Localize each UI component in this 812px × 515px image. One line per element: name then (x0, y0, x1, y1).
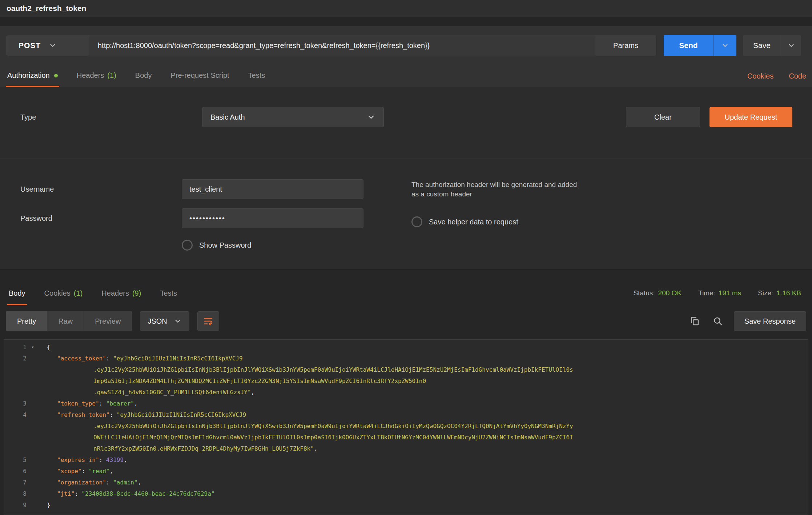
username-input[interactable] (182, 179, 363, 199)
chevron-down-icon (367, 113, 375, 121)
code-text: "token_type": "bearer", (42, 398, 138, 409)
show-password-radio[interactable] (182, 240, 193, 251)
fold-spacer (27, 477, 39, 488)
password-input[interactable] (182, 208, 363, 228)
auth-type-value: Basic Auth (210, 113, 245, 121)
request-tab-authorization[interactable]: Authorization (6, 71, 59, 87)
url-group: POST Params (6, 35, 656, 56)
view-mode-raw[interactable]: Raw (47, 311, 84, 331)
response-body-code[interactable]: 1▾{2"access_token": "eyJhbGciOiJIUzI1NiI… (4, 339, 808, 515)
request-tab-tests[interactable]: Tests (247, 71, 267, 87)
code-text: "jti": "23408d38-8cdc-4460-beac-24c76dc7… (42, 488, 214, 499)
topbar-gap (0, 17, 812, 26)
method-label: POST (19, 41, 41, 50)
credentials-area: Username Password Show Password The auth… (0, 159, 812, 251)
send-button[interactable]: Send (664, 35, 713, 56)
request-tabs: AuthorizationHeaders(1)BodyPre-request S… (6, 71, 282, 87)
code-gutter: 4 (4, 409, 42, 420)
fold-spacer (27, 353, 39, 364)
response-toolbar-right: Save Response (680, 311, 806, 331)
save-split-button: Save (743, 35, 801, 56)
auth-helper-column: The authorization header will be generat… (386, 179, 584, 251)
auth-type-row: Type Basic Auth Clear Update Request (0, 87, 812, 127)
view-mode-pretty[interactable]: Pretty (6, 311, 47, 331)
credentials-fields: Username Password Show Password (20, 179, 386, 251)
save-button[interactable]: Save (743, 35, 781, 56)
tab-label: Body (135, 71, 152, 80)
line-number: 2 (4, 353, 27, 364)
fold-spacer (27, 454, 39, 466)
password-row: Password (20, 208, 386, 228)
copy-icon (689, 316, 700, 327)
save-helper-label: Save helper data to request (429, 218, 518, 226)
save-helper-radio[interactable] (411, 216, 422, 227)
tab-label: Authorization (7, 71, 50, 80)
show-password-label: Show Password (199, 241, 251, 249)
url-row: POST Params Send (6, 35, 806, 56)
code-gutter (4, 375, 42, 387)
fold-spacer (27, 375, 39, 387)
code-link[interactable]: Code (789, 72, 806, 80)
meta-label: Time: (698, 289, 715, 297)
view-mode-preview[interactable]: Preview (84, 311, 132, 331)
tab-label: Cookies (44, 289, 71, 298)
code-line: 2"access_token": "eyJhbGciOiJIUzI1NiIsIn… (4, 353, 808, 364)
line-number: 8 (4, 488, 27, 499)
code-line: 4"refresh_token": "eyJhbGciOiJIUzI1NiIsI… (4, 409, 808, 420)
params-button[interactable]: Params (595, 35, 656, 56)
update-request-label: Update Request (725, 113, 777, 121)
password-label: Password (20, 214, 182, 223)
username-label: Username (20, 185, 182, 193)
code-text: Imp0aSI6IjIzNDA4ZDM4LThjZGMtNDQ2MC1iZWFj… (42, 375, 426, 387)
save-response-label: Save Response (744, 317, 796, 326)
request-tab-body[interactable]: Body (134, 71, 153, 87)
code-text: } (42, 499, 51, 511)
request-title: oauth2_refresh_token (7, 4, 86, 13)
fold-toggle-icon[interactable]: ▾ (27, 342, 39, 353)
meta-value: 191 ms (719, 289, 741, 297)
auth-type-select[interactable]: Basic Auth (202, 107, 384, 127)
fold-spacer (27, 409, 39, 420)
code-line: OWEiLCJleHAiOjE1MzQ1MjQzMTQsImF1dGhvcml0… (4, 432, 808, 443)
request-tab-pre-request-script[interactable]: Pre-request Script (169, 71, 230, 87)
response-toolbar: PrettyRawPreview JSON (6, 311, 806, 331)
url-input[interactable] (89, 35, 595, 56)
code-line: .eyJ1c2VyX25hbWUiOiJhZG1pbiIsInNjb3BlIjp… (4, 420, 808, 432)
copy-button[interactable] (686, 312, 703, 330)
code-line: 3"token_type": "bearer", (4, 398, 808, 409)
request-tab-headers[interactable]: Headers(1) (75, 71, 118, 87)
response-tabs: BodyCookies(1)Headers(9)Tests (7, 289, 194, 305)
code-text: "organization": "admin", (42, 477, 141, 488)
cookies-link[interactable]: Cookies (747, 72, 773, 80)
save-options-button[interactable] (781, 35, 801, 56)
response-meta: Status:200 OKTime:191 msSize:1.16 KB (616, 289, 801, 305)
response-tab-headers[interactable]: Headers(9) (100, 289, 142, 305)
method-select[interactable]: POST (6, 35, 89, 56)
active-indicator-dot (54, 74, 58, 77)
tab-label: Pre-request Script (170, 71, 229, 80)
code-text: .eyJ1c2VyX25hbWUiOiJhZG1pbiIsInNjb3BlIjp… (42, 364, 573, 375)
code-text: "refresh_token": "eyJhbGciOiJIUzI1NiIsIn… (42, 409, 246, 420)
code-line: 6"scope": "read", (4, 466, 808, 477)
response-tab-cookies[interactable]: Cookies(1) (43, 289, 84, 305)
params-label: Params (613, 41, 638, 50)
response-tab-tests[interactable]: Tests (158, 289, 178, 305)
clear-button[interactable]: Clear (626, 107, 700, 127)
update-request-button[interactable]: Update Request (710, 107, 792, 127)
save-response-button[interactable]: Save Response (734, 311, 806, 331)
line-number: 5 (4, 454, 27, 466)
code-gutter: 8 (4, 488, 42, 499)
meta-label: Size: (758, 289, 773, 297)
format-select[interactable]: JSON (140, 311, 189, 331)
wrap-text-button[interactable] (197, 311, 219, 331)
code-line: 8"jti": "23408d38-8cdc-4460-beac-24c76dc… (4, 488, 808, 499)
save-label: Save (753, 41, 771, 50)
code-gutter: 1▾ (4, 342, 42, 353)
line-number: 4 (4, 409, 27, 420)
tab-count: (1) (107, 71, 116, 80)
line-number (4, 387, 27, 398)
search-button[interactable] (709, 312, 727, 330)
response-tab-body[interactable]: Body (7, 289, 27, 305)
search-icon (712, 316, 723, 327)
send-options-button[interactable] (713, 35, 736, 56)
